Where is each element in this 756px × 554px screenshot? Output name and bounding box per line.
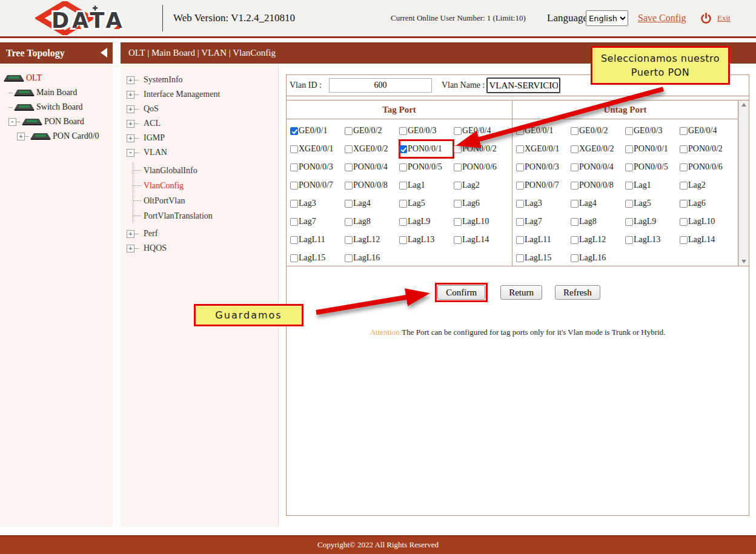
tag-port-lagl14[interactable]: LagL14 <box>454 231 510 249</box>
untag-port-lagl14[interactable]: LagL14 <box>680 231 736 249</box>
tag-port-ge0-0-4[interactable]: GE0/0/4 <box>454 122 510 140</box>
tag-port-lagl10[interactable]: LagL10 <box>454 213 510 231</box>
nav-item-acl[interactable]: +ACL <box>127 116 278 131</box>
tag-port-lagl13[interactable]: LagL13 <box>399 231 454 249</box>
expander-icon[interactable]: + <box>127 245 134 252</box>
tag-port-pon0-0-8[interactable]: PON0/0/8 <box>345 176 399 194</box>
untag-port-lag6[interactable]: Lag6 <box>680 194 736 213</box>
checkbox[interactable] <box>345 127 353 135</box>
untag-port-ge0-0-4[interactable]: GE0/0/4 <box>680 122 736 140</box>
nav-item-igmp[interactable]: +IGMP <box>127 131 278 145</box>
vlan-id-input[interactable] <box>329 78 432 93</box>
checkbox[interactable] <box>516 163 524 171</box>
checkbox[interactable] <box>454 163 462 171</box>
nav-item-qos[interactable]: +QoS <box>127 102 278 116</box>
tag-port-lag8[interactable]: Lag8 <box>345 213 399 231</box>
nav-item-hqos[interactable]: +HQOS <box>127 241 278 256</box>
checkbox[interactable] <box>345 163 353 171</box>
checkbox[interactable] <box>345 200 353 208</box>
expander-icon[interactable]: + <box>127 91 134 99</box>
tree-item-pon-card0-0[interactable]: +PON Card0/0 <box>17 129 113 143</box>
scrollbar-up-icon[interactable] <box>741 103 746 107</box>
checkbox[interactable] <box>625 127 633 135</box>
checkbox[interactable] <box>290 145 298 153</box>
nav-subitem-oltportvlan[interactable]: OltPortVlan <box>133 193 278 208</box>
tag-port-lagl15[interactable]: LagL15 <box>290 249 345 267</box>
tag-port-xge0-0-2[interactable]: XGE0/0/2 <box>345 140 399 158</box>
tag-port-ge0-0-3[interactable]: GE0/0/3 <box>399 122 454 140</box>
checkbox[interactable] <box>680 218 688 226</box>
checkbox[interactable] <box>290 218 298 226</box>
untag-port-ge0-0-1[interactable]: GE0/0/1 <box>516 122 571 140</box>
tag-port-lagl16[interactable]: LagL16 <box>345 249 399 267</box>
table-scrollbar[interactable] <box>738 101 749 266</box>
checkbox[interactable] <box>680 182 688 190</box>
untag-port-pon0-0-8[interactable]: PON0/0/8 <box>571 176 625 194</box>
untag-port-lagl12[interactable]: LagL12 <box>571 231 625 249</box>
checkbox[interactable] <box>290 200 298 208</box>
tag-port-lag3[interactable]: Lag3 <box>290 194 345 213</box>
untag-port-lagl10[interactable]: LagL10 <box>680 213 736 231</box>
tag-port-lag5[interactable]: Lag5 <box>399 194 454 213</box>
nav-subitem-portvlantranslation[interactable]: PortVlanTranslation <box>133 208 278 223</box>
checkbox[interactable] <box>290 163 298 171</box>
checkbox[interactable] <box>516 182 524 190</box>
untag-port-lag2[interactable]: Lag2 <box>680 176 736 194</box>
confirm-button[interactable]: Confirm <box>437 285 485 300</box>
untag-port-pon0-0-4[interactable]: PON0/0/4 <box>571 158 625 176</box>
checkbox[interactable] <box>571 218 579 226</box>
untag-port-pon0-0-2[interactable]: PON0/0/2 <box>680 140 736 158</box>
tree-item-main-board[interactable]: Main Board <box>8 85 113 100</box>
checkbox[interactable] <box>399 145 407 153</box>
checkbox[interactable] <box>516 145 524 153</box>
scrollbar-down-icon[interactable] <box>741 260 746 263</box>
tag-port-lag4[interactable]: Lag4 <box>345 194 399 213</box>
checkbox[interactable] <box>399 127 407 135</box>
checkbox[interactable] <box>571 163 579 171</box>
expander-icon[interactable]: + <box>127 120 134 128</box>
tree-item-olt[interactable]: OLT <box>2 71 113 85</box>
untag-port-lag4[interactable]: Lag4 <box>571 194 625 213</box>
checkbox[interactable] <box>680 145 688 153</box>
checkbox[interactable] <box>454 182 462 190</box>
checkbox[interactable] <box>345 218 353 226</box>
checkbox[interactable] <box>399 236 407 244</box>
checkbox[interactable] <box>454 200 462 208</box>
untag-port-pon0-0-6[interactable]: PON0/0/6 <box>680 158 736 176</box>
checkbox[interactable] <box>345 182 353 190</box>
untag-port-ge0-0-2[interactable]: GE0/0/2 <box>571 122 625 140</box>
checkbox[interactable] <box>454 236 462 244</box>
refresh-button[interactable]: Refresh <box>555 285 600 300</box>
untag-port-pon0-0-3[interactable]: PON0/0/3 <box>516 158 571 176</box>
nav-subitem-vlanconfig[interactable]: VlanConfig <box>133 178 278 193</box>
nav-item-vlan[interactable]: -VLAN <box>127 145 278 160</box>
checkbox[interactable] <box>290 182 298 190</box>
untag-port-lagl13[interactable]: LagL13 <box>625 231 680 249</box>
checkbox[interactable] <box>625 163 633 171</box>
checkbox[interactable] <box>454 218 462 226</box>
checkbox[interactable] <box>571 127 579 135</box>
return-button[interactable]: Return <box>500 285 542 300</box>
untag-port-lag7[interactable]: Lag7 <box>516 213 571 231</box>
language-select[interactable]: English <box>586 10 628 26</box>
checkbox[interactable] <box>571 182 579 190</box>
checkbox[interactable] <box>290 236 298 244</box>
checkbox[interactable] <box>571 200 579 208</box>
tag-port-pon0-0-3[interactable]: PON0/0/3 <box>290 158 345 176</box>
tag-port-lagl11[interactable]: LagL11 <box>290 231 345 249</box>
tree-item-pon-board[interactable]: -PON Board <box>8 114 113 129</box>
checkbox[interactable] <box>625 200 633 208</box>
checkbox[interactable] <box>571 254 579 262</box>
tag-port-pon0-0-6[interactable]: PON0/0/6 <box>454 158 510 176</box>
expander-icon[interactable]: + <box>127 230 134 238</box>
checkbox[interactable] <box>290 127 298 135</box>
tag-port-pon0-0-7[interactable]: PON0/0/7 <box>290 176 345 194</box>
tag-port-pon0-0-5[interactable]: PON0/0/5 <box>399 158 454 176</box>
untag-port-lag8[interactable]: Lag8 <box>571 213 625 231</box>
untag-port-lagl16[interactable]: LagL16 <box>571 249 625 267</box>
expander-icon[interactable]: + <box>127 105 134 113</box>
checkbox[interactable] <box>399 163 407 171</box>
expander-icon[interactable]: - <box>127 149 134 157</box>
tag-port-ge0-0-2[interactable]: GE0/0/2 <box>345 122 399 140</box>
checkbox[interactable] <box>345 236 353 244</box>
